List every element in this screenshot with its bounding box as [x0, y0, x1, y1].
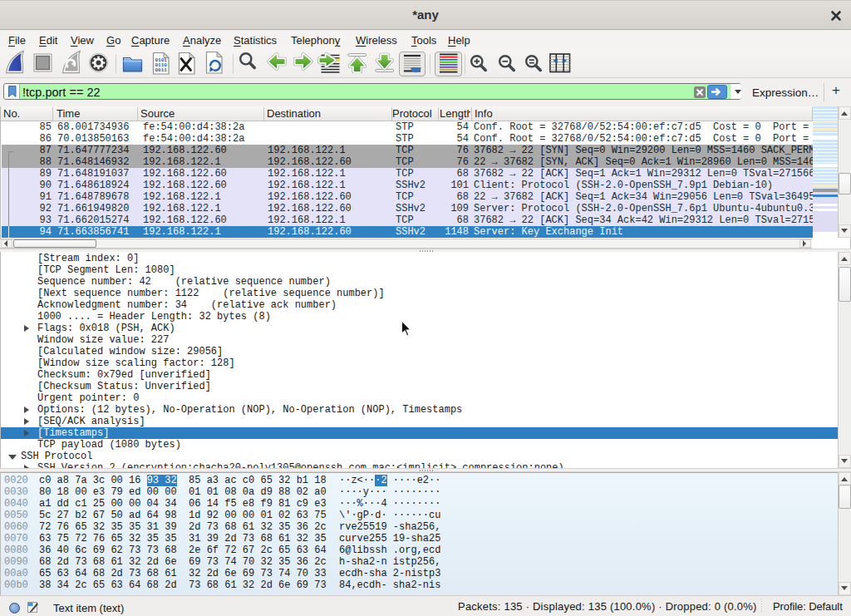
svg-text:0011: 0011 [155, 67, 168, 73]
